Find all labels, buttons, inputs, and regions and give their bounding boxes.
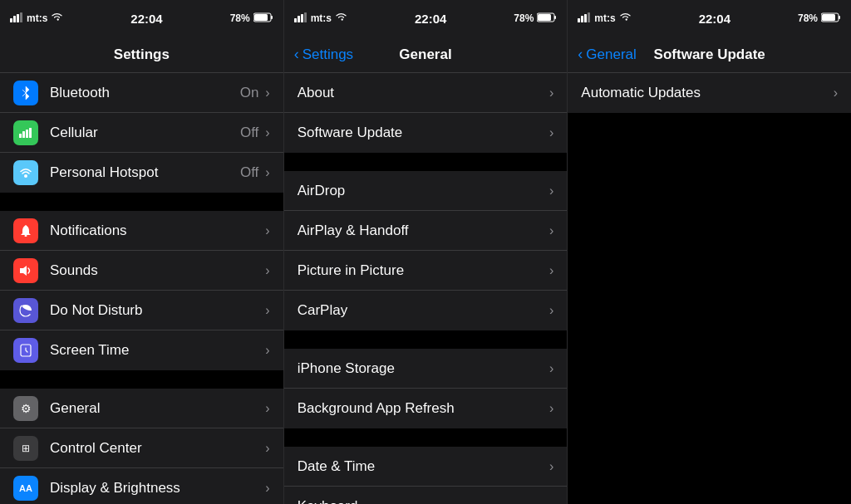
list-item[interactable]: iPhone Storage›: [284, 349, 568, 389]
chevron-right-icon: ›: [549, 401, 553, 416]
list-item[interactable]: Sounds›: [0, 251, 283, 291]
chevron-right-icon: ›: [834, 86, 838, 100]
notifications-icon: [13, 218, 38, 243]
donotdisturb-icon: [13, 298, 38, 323]
svg-rect-19: [304, 12, 307, 22]
displaybrightness-icon: AA: [13, 476, 38, 501]
status-time: 22:04: [699, 12, 730, 26]
item-label: iPhone Storage: [298, 360, 549, 377]
settings-section: ⚙General›⊞Control Center›AADisplay & Bri…: [0, 389, 283, 504]
list-item[interactable]: AirDrop›: [284, 171, 568, 211]
svg-rect-10: [29, 128, 32, 138]
list-item[interactable]: Do Not Disturb›: [0, 291, 283, 330]
svg-rect-9: [26, 130, 28, 138]
scroll-content: Automatic Updates›: [568, 73, 851, 504]
section-spacer: [0, 370, 283, 389]
list-item[interactable]: CellularOff›: [0, 113, 283, 153]
svg-rect-12: [25, 235, 27, 237]
settings-section: AirDrop›AirPlay & Handoff›Picture in Pic…: [284, 171, 568, 330]
svg-rect-5: [271, 16, 273, 19]
list-item[interactable]: Software Update›: [284, 113, 568, 153]
list-item[interactable]: AirPlay & Handoff›: [284, 211, 568, 251]
chevron-right-icon: ›: [549, 86, 553, 100]
chevron-right-icon: ›: [265, 481, 269, 496]
cellular-icon: [13, 120, 38, 145]
back-button[interactable]: ‹Settings: [294, 46, 353, 63]
chevron-right-icon: ›: [549, 303, 553, 318]
svg-rect-7: [19, 134, 22, 138]
panel-general: mt:s22:0478%‹SettingsGeneralAbout›Softwa…: [284, 0, 568, 504]
list-item[interactable]: CarPlay›: [284, 291, 568, 330]
svg-rect-28: [839, 16, 840, 19]
list-item[interactable]: Notifications›: [0, 211, 283, 251]
signal-icon: [10, 12, 23, 25]
back-button[interactable]: ‹General: [578, 46, 636, 63]
status-left: mt:s: [578, 12, 631, 25]
chevron-right-icon: ›: [549, 223, 553, 238]
status-bar: mt:s22:0478%: [568, 0, 851, 37]
svg-rect-3: [20, 12, 22, 22]
nav-bar: ‹SettingsGeneral: [284, 37, 568, 73]
list-item[interactable]: Personal HotspotOff›: [0, 153, 283, 193]
back-label: General: [586, 46, 636, 63]
chevron-right-icon: ›: [549, 263, 553, 278]
list-item[interactable]: BluetoothOn›: [0, 73, 283, 113]
svg-rect-25: [584, 14, 587, 22]
list-item[interactable]: About›: [284, 73, 568, 113]
settings-section: Date & Time›Keyboard›Fonts›: [284, 447, 568, 504]
settings-section: About›Software Update›: [284, 73, 568, 153]
settings-section: iPhone Storage›Background App Refresh›: [284, 349, 568, 428]
battery-icon: [537, 12, 557, 25]
signal-icon: [578, 12, 591, 25]
list-item[interactable]: ⚙General›: [0, 389, 283, 428]
settings-section: BluetoothOn›CellularOff›Personal Hotspot…: [0, 73, 283, 193]
chevron-right-icon: ›: [549, 459, 553, 474]
list-item[interactable]: Keyboard›: [284, 487, 568, 504]
section-spacer: [284, 428, 568, 447]
panel-settings: mt:s22:0478%SettingsBluetoothOn›Cellular…: [0, 0, 284, 504]
chevron-right-icon: ›: [265, 303, 269, 318]
item-value: On: [240, 85, 259, 101]
status-right: 78%: [514, 12, 557, 25]
bluetooth-icon: [13, 81, 38, 105]
nav-title: Settings: [114, 46, 170, 63]
list-item[interactable]: Picture in Picture›: [284, 251, 568, 291]
status-time: 22:04: [130, 12, 162, 26]
back-label: Settings: [303, 46, 353, 63]
list-item[interactable]: ⊞Control Center›: [0, 428, 283, 468]
item-label: Personal Hotspot: [50, 164, 240, 181]
item-label: Date & Time: [298, 458, 549, 475]
item-label: AirPlay & Handoff: [298, 223, 549, 239]
list-item[interactable]: Screen Time›: [0, 330, 283, 370]
hotspot-icon: [13, 160, 38, 185]
svg-rect-18: [301, 14, 303, 22]
wifi-icon: [51, 12, 63, 24]
carrier-text: mt:s: [594, 12, 615, 24]
svg-point-11: [24, 174, 27, 178]
chevron-right-icon: ›: [549, 499, 553, 505]
svg-rect-21: [554, 16, 556, 19]
chevron-right-icon: ›: [265, 86, 269, 100]
item-label: Bluetooth: [50, 85, 240, 101]
list-item[interactable]: AADisplay & Brightness›: [0, 468, 283, 504]
chevron-right-icon: ›: [265, 165, 269, 180]
panel-software-update: mt:s22:0478%‹GeneralSoftware UpdateAutom…: [568, 0, 851, 504]
wifi-icon: [335, 12, 347, 24]
list-item[interactable]: Automatic Updates›: [568, 73, 851, 113]
battery-icon: [253, 12, 273, 25]
signal-icon: [294, 12, 307, 25]
general-icon: ⚙: [13, 396, 38, 421]
status-bar: mt:s22:0478%: [0, 0, 283, 37]
controlcenter-icon: ⊞: [13, 436, 38, 461]
status-right: 78%: [230, 12, 273, 25]
list-item[interactable]: Background App Refresh›: [284, 389, 568, 428]
item-label: Screen Time: [50, 342, 265, 359]
chevron-right-icon: ›: [265, 441, 269, 456]
item-value: Off: [240, 125, 258, 141]
item-label: Do Not Disturb: [50, 302, 265, 319]
nav-bar: Settings: [0, 37, 283, 73]
list-item[interactable]: Date & Time›: [284, 447, 568, 487]
svg-rect-0: [10, 18, 12, 22]
scroll-content: BluetoothOn›CellularOff›Personal Hotspot…: [0, 73, 283, 504]
item-label: Keyboard: [298, 498, 549, 505]
